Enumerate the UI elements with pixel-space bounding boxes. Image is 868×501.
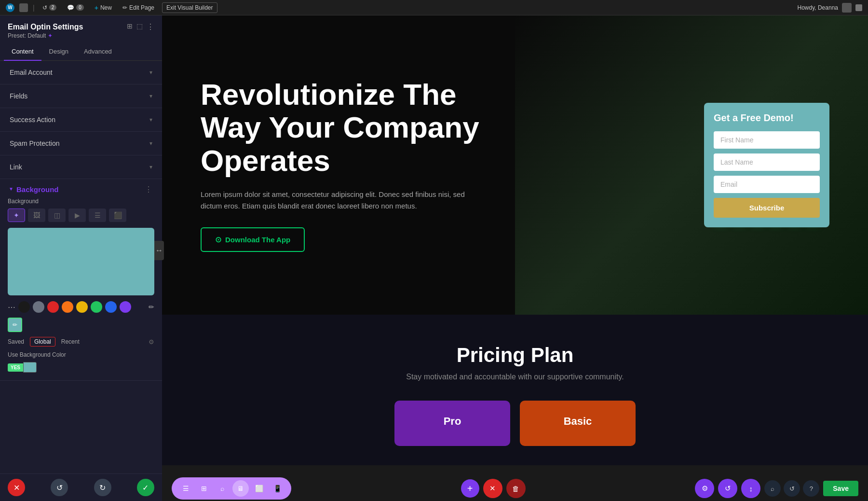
- panel-footer: ✕ ↺ ↻ ✓: [0, 473, 162, 501]
- last-name-input[interactable]: [714, 153, 820, 171]
- active-color-tool[interactable]: ✏: [8, 318, 22, 332]
- arrow-left-icon: ↔: [155, 246, 163, 255]
- accordion-success-action-header[interactable]: Success Action ▾: [0, 108, 162, 131]
- color-tab-settings-icon[interactable]: ⚙: [149, 338, 154, 346]
- download-app-button[interactable]: ⊙ Download The App: [201, 227, 305, 252]
- form-title: Get a Free Demo!: [714, 112, 820, 124]
- first-name-input[interactable]: [714, 131, 820, 149]
- toolbar-search-group: ⌕ ↺ ?: [764, 480, 819, 497]
- palette-purple[interactable]: [120, 301, 131, 313]
- subscribe-button[interactable]: Subscribe: [714, 198, 820, 218]
- exit-builder-btn[interactable]: Exit Visual Builder: [162, 2, 217, 13]
- subscribe-label: Subscribe: [749, 204, 785, 212]
- palette-red[interactable]: [47, 301, 59, 313]
- palette-green[interactable]: [91, 301, 102, 313]
- toggle-color-box: [23, 362, 37, 373]
- background-section-header: ▴ Background ⋮: [0, 179, 162, 198]
- bg-type-mask[interactable]: ⬛: [109, 209, 126, 222]
- color-tab-saved[interactable]: Saved: [8, 338, 24, 345]
- admin-bar-right: Howdy, Deanna: [798, 3, 863, 13]
- color-tab-recent[interactable]: Recent: [61, 338, 80, 345]
- edit-page-label: Edit Page: [129, 4, 154, 11]
- palette-blue[interactable]: [105, 301, 117, 313]
- toolbar-desktop-icon[interactable]: 🖥: [232, 480, 249, 497]
- background-options-icon[interactable]: ⋮: [145, 185, 152, 194]
- hero-description: Lorem ipsum dolor sit amet, consectetur …: [201, 189, 480, 212]
- toolbar-right: ⚙ ↺ ↕ ⌕ ↺ ? Save: [695, 479, 858, 498]
- user-avatar: [842, 3, 852, 13]
- bg-type-image[interactable]: 🖼: [28, 209, 45, 222]
- comments-btn[interactable]: 💬 0: [64, 3, 87, 12]
- bg-type-gradient[interactable]: ◫: [48, 209, 66, 222]
- toggle-yes: YES: [8, 363, 23, 372]
- toolbar-close-button[interactable]: ✕: [483, 479, 502, 498]
- accordion-fields-header[interactable]: Fields ▾: [0, 84, 162, 108]
- panel-header: Email Optin Settings ⊞ ⬚ ⋮ Preset: Defau…: [0, 15, 162, 43]
- wp-logo-icon[interactable]: W: [6, 3, 14, 12]
- toolbar-mobile-icon[interactable]: 📱: [269, 480, 285, 497]
- toolbar-help-btn[interactable]: ?: [803, 480, 819, 497]
- bg-type-pattern[interactable]: ☰: [89, 209, 106, 222]
- greeting-label: Howdy, Deanna: [798, 4, 839, 11]
- revisions-btn[interactable]: ↺ 2: [40, 3, 60, 12]
- toolbar-find-btn[interactable]: ⌕: [764, 480, 781, 497]
- chevron-up-icon[interactable]: ▴: [10, 186, 13, 193]
- new-btn[interactable]: + New: [92, 3, 115, 13]
- bg-label: Background: [8, 198, 154, 205]
- new-label: New: [100, 4, 112, 11]
- tab-advanced[interactable]: Advanced: [76, 43, 120, 61]
- site-icon[interactable]: [19, 3, 28, 12]
- preset-badge: ✦: [48, 32, 53, 39]
- toolbar-menu-icon[interactable]: ☰: [177, 480, 194, 497]
- save-button[interactable]: Save: [823, 481, 858, 496]
- toolbar-refresh-btn[interactable]: ↺: [784, 480, 800, 497]
- plus-icon: +: [95, 4, 98, 12]
- palette-yellow[interactable]: [76, 301, 88, 313]
- toolbar-search-icon[interactable]: ⌕: [214, 480, 231, 497]
- cancel-button[interactable]: ✕: [8, 479, 25, 496]
- toolbar-add-button[interactable]: +: [461, 479, 479, 498]
- confirm-button[interactable]: ✓: [137, 479, 154, 496]
- pricing-title: Pricing Plan: [201, 344, 829, 367]
- pencil-icon[interactable]: ✏: [149, 303, 154, 311]
- comments-count: 0: [76, 4, 84, 11]
- tab-content[interactable]: Content: [4, 43, 41, 61]
- chevron-down-icon: ▾: [149, 140, 152, 147]
- redo-button[interactable]: ↻: [94, 479, 111, 496]
- color-swatch[interactable]: [8, 228, 154, 295]
- use-bg-color: Use Background Color: [8, 351, 154, 358]
- color-tab-global[interactable]: Global: [30, 337, 55, 347]
- panel-layout-icon[interactable]: ⬚: [136, 22, 143, 31]
- toolbar-settings-button[interactable]: ⚙: [695, 479, 714, 498]
- bg-type-video[interactable]: ▶: [68, 209, 86, 222]
- panel-collapse-arrow[interactable]: ↔: [154, 241, 164, 260]
- accordion-email-account-header[interactable]: Email Account ▾: [0, 61, 162, 84]
- panel-settings-icon[interactable]: ⊞: [127, 22, 133, 31]
- download-app-label: Download The App: [225, 236, 290, 244]
- edit-page-btn[interactable]: ✏ Edit Page: [120, 3, 157, 12]
- toolbar-delete-button[interactable]: 🗑: [506, 479, 526, 498]
- accordion-spam-protection-label: Spam Protection: [10, 139, 60, 147]
- undo-button[interactable]: ↺: [51, 479, 68, 496]
- left-panel: Email Optin Settings ⊞ ⬚ ⋮ Preset: Defau…: [0, 15, 162, 501]
- toolbar-history-button[interactable]: ↺: [718, 479, 737, 498]
- palette-orange[interactable]: [62, 301, 73, 313]
- palette-more-icon[interactable]: ⋯: [8, 303, 15, 312]
- use-bg-color-label: Use Background Color: [8, 351, 66, 358]
- toolbar-layers-button[interactable]: ↕: [741, 479, 760, 498]
- palette-gray[interactable]: [33, 301, 44, 313]
- toolbar-tablet-icon[interactable]: ⬜: [251, 480, 267, 497]
- chevron-down-icon: ▾: [149, 116, 152, 123]
- admin-icon: [855, 4, 862, 11]
- toolbar-grid-icon[interactable]: ⊞: [196, 480, 212, 497]
- accordion-link-header[interactable]: Link ▾: [0, 155, 162, 179]
- bg-type-none[interactable]: ✦: [8, 209, 25, 222]
- use-bg-toggle[interactable]: YES: [8, 362, 154, 373]
- email-input[interactable]: [714, 176, 820, 193]
- pricing-subtitle: Stay motivated and accountable with our …: [201, 373, 829, 381]
- accordion-spam-protection-header[interactable]: Spam Protection ▾: [0, 132, 162, 155]
- tab-design[interactable]: Design: [41, 43, 76, 61]
- pricing-cards: Pro Basic: [201, 401, 829, 446]
- panel-more-icon[interactable]: ⋮: [147, 22, 154, 31]
- palette-black[interactable]: [18, 301, 30, 313]
